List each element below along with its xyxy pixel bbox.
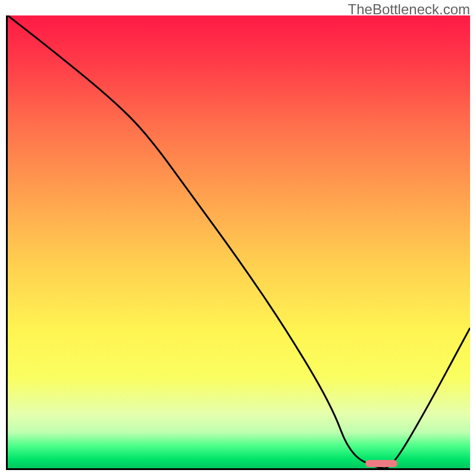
- watermark-text: TheBottleneck.com: [348, 1, 470, 18]
- chart-area: [6, 15, 470, 470]
- bottleneck-optimum-marker: [365, 460, 398, 467]
- bottleneck-curve: [8, 15, 470, 468]
